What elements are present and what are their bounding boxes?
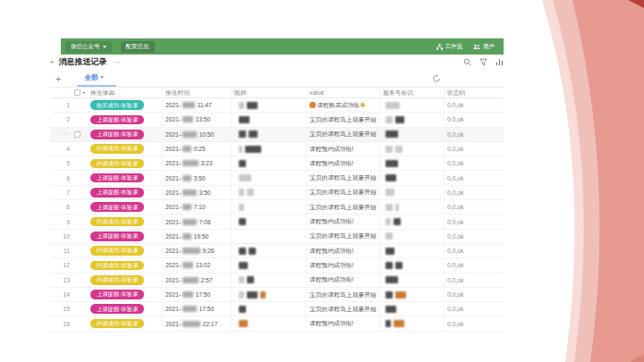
blurred-service-id: [386, 102, 400, 109]
blurred-service-id: [386, 130, 398, 138]
value-text: 宝贝的课程马上就要开始...: [309, 290, 377, 299]
value-text: 宝贝的课程马上就要开始...: [309, 130, 377, 139]
config-info-button[interactable]: 配置信息: [121, 41, 155, 53]
header-push-reason[interactable]: 推送缘由: [88, 88, 163, 97]
row-checkbox-cell: [72, 156, 88, 170]
blurred-nickname: [239, 189, 244, 196]
row-checkbox-cell: [72, 274, 88, 287]
row-checkbox-cell: [72, 113, 88, 126]
row-checkbox-cell: [72, 98, 88, 112]
push-reason-cell: 上课提醒-体验课: [88, 186, 163, 199]
view-toolbar: + 全部: [50, 70, 504, 87]
push-time-cell: 2021- 13:02: [163, 258, 232, 272]
header-push-time[interactable]: 推送时间: [163, 88, 232, 97]
blurred-service-id: [395, 291, 406, 299]
table-row[interactable]: 9约课成功-体验课2021- 7:08课程预约成功啦!0,0,ok: [50, 215, 504, 229]
push-reason-tag: 上课提醒-体验课: [90, 188, 144, 198]
table-row[interactable]: 2上课提醒-体验课2021- 13:50宝贝的课程马上就要开始...0,0,ok: [50, 113, 504, 127]
table-row[interactable]: ⋯上课提醒-体验课2021- 10:50宝贝的课程马上就要开始...0,0,ok: [50, 128, 504, 142]
table-row[interactable]: 8上课提醒-体验课2021- 7:10宝贝的课程马上就要开始...0,0,ok: [50, 200, 504, 215]
header-status-code[interactable]: 状态码: [445, 88, 504, 97]
service-id-cell: [380, 171, 445, 184]
blurred-nickname: [239, 146, 242, 153]
header-value[interactable]: value: [307, 88, 380, 97]
blurred-nickname: [239, 291, 244, 299]
table-row[interactable]: 16约课成功-体验课2021- 22:17课程预约成功啦!0,0,ok: [50, 316, 504, 331]
push-reason-cell: 上课提醒-体验课: [88, 128, 163, 141]
push-reason-tag: 上课提醒-体验课: [90, 304, 144, 314]
row-menu-icon[interactable]: ⋯: [64, 130, 71, 138]
blurred-nickname: [247, 189, 254, 196]
row-index-cell: 7: [50, 186, 72, 199]
blurred-nickname: [239, 204, 244, 211]
blurred-nickname: [247, 102, 258, 109]
table-row[interactable]: 14上课提醒-体验课2021- 17:50宝贝的课程马上就要开始...0,0,o…: [50, 288, 504, 302]
push-reason-cell: 约课成功-体验课: [88, 244, 163, 257]
blurred-service-id: [394, 218, 401, 225]
push-reason-cell: 约课成功-体验课: [88, 316, 163, 330]
collapse-icon[interactable]: «: [50, 58, 53, 66]
select-all-checkbox[interactable]: [74, 89, 80, 96]
users-link[interactable]: 用户: [473, 43, 495, 51]
blurred-nickname: [239, 306, 246, 313]
table-row[interactable]: 13约课成功-体验课2021- 2:57课程预约成功啦!0,0,ok: [50, 274, 504, 288]
push-reason-tag: 上课提醒-体验课: [90, 130, 144, 139]
status-code-cell: 0,0,ok: [445, 230, 504, 243]
value-text: 课程预约成功啦!: [309, 247, 353, 256]
toolbar-right-group: [432, 74, 504, 83]
blurred-date: [182, 262, 193, 268]
value-cell: 宝贝的课程马上就要开始...: [307, 230, 380, 243]
add-view-button[interactable]: +: [55, 74, 61, 83]
table-row[interactable]: 6上课提醒-体验课2021- 3:50宝贝的课程马上就要开始...0,0,ok: [50, 171, 504, 185]
chart-icon[interactable]: [496, 58, 504, 66]
value-cell: 宝贝的课程马上就要开始...: [307, 200, 380, 214]
tab-all[interactable]: 全部: [80, 71, 107, 87]
table-row[interactable]: 12约课成功-体验课2021- 13:02课程预约成功啦!0,0,ok: [50, 258, 504, 273]
push-reason-tag: 约课成功-体验课: [90, 261, 144, 271]
more-options-icon[interactable]: ⋯: [113, 58, 121, 66]
service-id-cell: [380, 186, 445, 199]
push-time-cell: 2021- 22:17: [163, 316, 232, 330]
row-checkbox-cell: [72, 258, 88, 272]
row-index-cell: ⋯: [50, 128, 72, 141]
push-time-cell: 2021- 17:50: [163, 302, 232, 316]
refresh-icon[interactable]: [432, 74, 441, 83]
table-row[interactable]: 11约课成功-体验课2021- 9:26课程预约成功啦!0,0,ok: [50, 244, 504, 258]
header-nickname[interactable]: 昵称: [232, 88, 307, 97]
blurred-nickname: [239, 218, 246, 225]
blurred-date: [182, 102, 195, 108]
row-index-cell: 2: [50, 113, 72, 126]
table-row[interactable]: 15上课提醒-体验课2021- 17:50宝贝的课程马上就要开始...0,0,o…: [50, 302, 504, 316]
workflow-link[interactable]: 工作流: [436, 43, 463, 51]
value-cell: 课程预约成功啦!: [307, 274, 380, 287]
blurred-service-id: [386, 218, 391, 225]
row-checkbox-cell: [72, 215, 88, 228]
row-checkbox[interactable]: [74, 131, 80, 138]
value-cell: 宝贝的课程马上就要开始...: [307, 128, 380, 141]
blurred-service-id: [386, 276, 398, 283]
blurred-nickname: [260, 291, 266, 299]
table-row[interactable]: 4约课成功-体验课2021- 0:25课程预约成功啦!0,0,ok: [50, 142, 504, 156]
table-row[interactable]: 10上课提醒-体验课2021- 19:50宝贝的课程马上就要开始...0,0,o…: [50, 230, 504, 244]
service-id-cell: [380, 316, 445, 330]
blurred-date: [182, 248, 200, 254]
push-reason-tag: 购买成功-体验课: [90, 100, 144, 110]
header-service-id[interactable]: 服务号标识: [380, 88, 445, 97]
status-code-cell: 0,0,ok: [445, 171, 504, 184]
value-text: 课程预约成功啦!: [309, 217, 353, 226]
account-dropdown[interactable]: 微信公众号: [65, 41, 112, 53]
table-row[interactable]: 5约课成功-体验课2021- 3:23课程预约成功啦!0,0,ok: [50, 156, 504, 171]
blurred-nickname: [239, 174, 251, 181]
blurred-service-id: [395, 116, 404, 123]
table-row[interactable]: 1购买成功-体验课2021- 11:47课程购买成功啦0,0,ok: [50, 98, 504, 113]
table-row[interactable]: 7上课提醒-体验课2021- 3:50宝贝的课程马上就要开始...0,0,ok: [50, 186, 504, 200]
push-reason-cell: 上课提醒-体验课: [88, 113, 163, 126]
value-cell: 宝贝的课程马上就要开始...: [307, 113, 380, 126]
service-id-cell: [380, 258, 445, 272]
filter-icon[interactable]: [479, 58, 487, 66]
search-icon[interactable]: [463, 58, 471, 66]
push-reason-cell: 购买成功-体验课: [88, 98, 163, 112]
push-reason-cell: 上课提醒-体验课: [88, 230, 163, 243]
value-cell: 课程预约成功啦!: [307, 215, 380, 228]
push-reason-cell: 约课成功-体验课: [88, 258, 163, 272]
